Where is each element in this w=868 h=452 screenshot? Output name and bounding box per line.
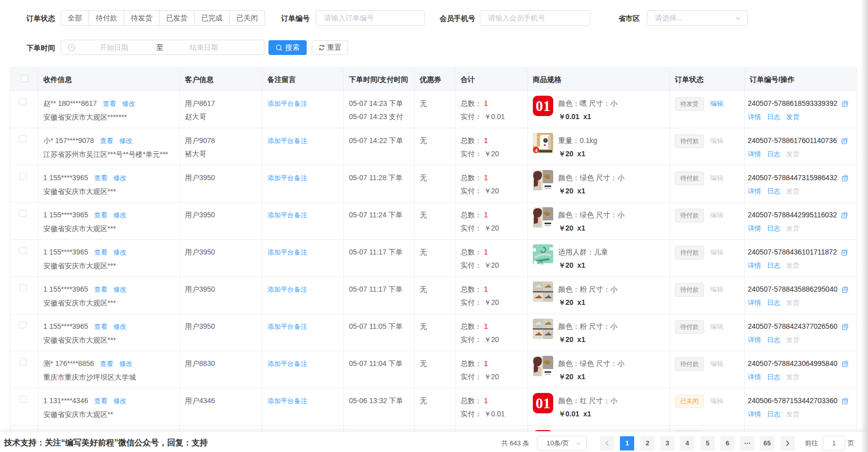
svg-text:4: 4 bbox=[535, 147, 538, 153]
svg-text:绿色: 绿色 bbox=[536, 261, 544, 265]
